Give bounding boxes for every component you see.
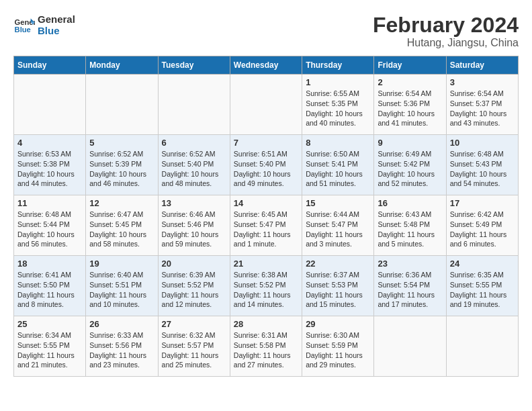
calendar-cell: 21Sunrise: 6:38 AM Sunset: 5:52 PM Dayli… — [230, 256, 302, 316]
day-info: Sunrise: 6:54 AM Sunset: 5:36 PM Dayligh… — [378, 89, 442, 128]
weekday-header-saturday: Saturday — [446, 56, 518, 75]
calendar-cell: 8Sunrise: 6:50 AM Sunset: 5:41 PM Daylig… — [302, 135, 374, 195]
day-info: Sunrise: 6:48 AM Sunset: 5:43 PM Dayligh… — [450, 149, 515, 189]
day-info: Sunrise: 6:55 AM Sunset: 5:35 PM Dayligh… — [306, 89, 370, 128]
day-number: 6 — [162, 138, 226, 148]
calendar-week-row: 18Sunrise: 6:41 AM Sunset: 5:50 PM Dayli… — [14, 256, 519, 316]
day-info: Sunrise: 6:44 AM Sunset: 5:47 PM Dayligh… — [306, 210, 370, 249]
day-info: Sunrise: 6:35 AM Sunset: 5:55 PM Dayligh… — [450, 270, 515, 310]
calendar-cell: 5Sunrise: 6:52 AM Sunset: 5:39 PM Daylig… — [86, 135, 158, 195]
calendar-table: SundayMondayTuesdayWednesdayThursdayFrid… — [13, 56, 519, 377]
calendar-cell: 29Sunrise: 6:30 AM Sunset: 5:59 PM Dayli… — [302, 316, 374, 377]
calendar-cell — [230, 75, 302, 135]
logo-general: General — [38, 13, 75, 25]
day-number: 24 — [450, 259, 515, 269]
day-info: Sunrise: 6:52 AM Sunset: 5:40 PM Dayligh… — [162, 149, 226, 189]
calendar-cell — [86, 75, 158, 135]
day-number: 20 — [162, 259, 226, 269]
day-info: Sunrise: 6:37 AM Sunset: 5:53 PM Dayligh… — [306, 270, 370, 310]
logo: General Blue General Blue — [13, 13, 75, 36]
day-number: 25 — [17, 319, 82, 329]
day-info: Sunrise: 6:46 AM Sunset: 5:46 PM Dayligh… — [162, 210, 226, 249]
weekday-header-tuesday: Tuesday — [158, 56, 230, 75]
day-number: 23 — [378, 259, 442, 269]
day-info: Sunrise: 6:32 AM Sunset: 5:57 PM Dayligh… — [162, 330, 226, 370]
day-number: 7 — [234, 138, 298, 148]
day-info: Sunrise: 6:34 AM Sunset: 5:55 PM Dayligh… — [17, 330, 82, 370]
day-number: 17 — [450, 198, 515, 208]
calendar-cell: 24Sunrise: 6:35 AM Sunset: 5:55 PM Dayli… — [446, 256, 518, 316]
calendar-cell: 19Sunrise: 6:40 AM Sunset: 5:51 PM Dayli… — [86, 256, 158, 316]
day-number: 22 — [306, 259, 370, 269]
day-number: 11 — [17, 198, 82, 208]
day-info: Sunrise: 6:51 AM Sunset: 5:40 PM Dayligh… — [234, 149, 298, 189]
calendar-cell — [14, 75, 86, 135]
day-info: Sunrise: 6:33 AM Sunset: 5:56 PM Dayligh… — [89, 330, 154, 370]
calendar-cell: 18Sunrise: 6:41 AM Sunset: 5:50 PM Dayli… — [14, 256, 86, 316]
day-number: 21 — [234, 259, 298, 269]
calendar-week-row: 11Sunrise: 6:48 AM Sunset: 5:44 PM Dayli… — [14, 195, 519, 256]
svg-text:Blue: Blue — [15, 26, 31, 34]
calendar-cell: 11Sunrise: 6:48 AM Sunset: 5:44 PM Dayli… — [14, 195, 86, 256]
calendar-cell: 27Sunrise: 6:32 AM Sunset: 5:57 PM Dayli… — [158, 316, 230, 377]
calendar-cell: 13Sunrise: 6:46 AM Sunset: 5:46 PM Dayli… — [158, 195, 230, 256]
day-number: 27 — [162, 319, 226, 329]
calendar-cell: 2Sunrise: 6:54 AM Sunset: 5:36 PM Daylig… — [374, 75, 446, 135]
day-number: 4 — [17, 138, 82, 148]
day-info: Sunrise: 6:31 AM Sunset: 5:58 PM Dayligh… — [234, 330, 298, 370]
day-number: 28 — [234, 319, 298, 329]
day-number: 16 — [378, 198, 442, 208]
day-number: 1 — [306, 77, 370, 87]
day-number: 13 — [162, 198, 226, 208]
day-info: Sunrise: 6:39 AM Sunset: 5:52 PM Dayligh… — [162, 270, 226, 310]
calendar-cell: 17Sunrise: 6:42 AM Sunset: 5:49 PM Dayli… — [446, 195, 518, 256]
calendar-week-row: 4Sunrise: 6:53 AM Sunset: 5:38 PM Daylig… — [14, 135, 519, 195]
day-number: 15 — [306, 198, 370, 208]
weekday-header-row: SundayMondayTuesdayWednesdayThursdayFrid… — [14, 56, 519, 75]
calendar-cell: 1Sunrise: 6:55 AM Sunset: 5:35 PM Daylig… — [302, 75, 374, 135]
day-number: 5 — [89, 138, 154, 148]
day-number: 18 — [17, 259, 82, 269]
calendar-week-row: 1Sunrise: 6:55 AM Sunset: 5:35 PM Daylig… — [14, 75, 519, 135]
weekday-header-thursday: Thursday — [302, 56, 374, 75]
day-info: Sunrise: 6:40 AM Sunset: 5:51 PM Dayligh… — [89, 270, 154, 310]
day-info: Sunrise: 6:36 AM Sunset: 5:54 PM Dayligh… — [378, 270, 442, 310]
day-info: Sunrise: 6:47 AM Sunset: 5:45 PM Dayligh… — [89, 210, 154, 249]
logo-icon: General Blue — [13, 14, 35, 36]
day-info: Sunrise: 6:54 AM Sunset: 5:37 PM Dayligh… — [450, 89, 515, 128]
day-info: Sunrise: 6:30 AM Sunset: 5:59 PM Dayligh… — [306, 330, 370, 370]
calendar-cell: 10Sunrise: 6:48 AM Sunset: 5:43 PM Dayli… — [446, 135, 518, 195]
weekday-header-friday: Friday — [374, 56, 446, 75]
day-info: Sunrise: 6:42 AM Sunset: 5:49 PM Dayligh… — [450, 210, 515, 249]
day-number: 2 — [378, 77, 442, 87]
day-info: Sunrise: 6:49 AM Sunset: 5:42 PM Dayligh… — [378, 149, 442, 189]
calendar-title: February 2024 — [373, 13, 519, 37]
calendar-title-block: February 2024 Hutang, Jiangsu, China — [373, 13, 519, 49]
weekday-header-wednesday: Wednesday — [230, 56, 302, 75]
calendar-cell: 20Sunrise: 6:39 AM Sunset: 5:52 PM Dayli… — [158, 256, 230, 316]
day-info: Sunrise: 6:38 AM Sunset: 5:52 PM Dayligh… — [234, 270, 298, 310]
calendar-cell: 14Sunrise: 6:45 AM Sunset: 5:47 PM Dayli… — [230, 195, 302, 256]
calendar-subtitle: Hutang, Jiangsu, China — [373, 37, 519, 49]
day-number: 3 — [450, 77, 515, 87]
day-info: Sunrise: 6:45 AM Sunset: 5:47 PM Dayligh… — [234, 210, 298, 249]
calendar-cell — [374, 316, 446, 377]
day-info: Sunrise: 6:52 AM Sunset: 5:39 PM Dayligh… — [89, 149, 154, 189]
calendar-cell: 25Sunrise: 6:34 AM Sunset: 5:55 PM Dayli… — [14, 316, 86, 377]
day-info: Sunrise: 6:41 AM Sunset: 5:50 PM Dayligh… — [17, 270, 82, 310]
calendar-cell: 26Sunrise: 6:33 AM Sunset: 5:56 PM Dayli… — [86, 316, 158, 377]
day-number: 12 — [89, 198, 154, 208]
calendar-cell: 6Sunrise: 6:52 AM Sunset: 5:40 PM Daylig… — [158, 135, 230, 195]
calendar-cell — [446, 316, 518, 377]
calendar-cell: 9Sunrise: 6:49 AM Sunset: 5:42 PM Daylig… — [374, 135, 446, 195]
day-info: Sunrise: 6:48 AM Sunset: 5:44 PM Dayligh… — [17, 210, 82, 249]
calendar-cell: 16Sunrise: 6:43 AM Sunset: 5:48 PM Dayli… — [374, 195, 446, 256]
calendar-cell: 7Sunrise: 6:51 AM Sunset: 5:40 PM Daylig… — [230, 135, 302, 195]
day-info: Sunrise: 6:43 AM Sunset: 5:48 PM Dayligh… — [378, 210, 442, 249]
calendar-cell: 28Sunrise: 6:31 AM Sunset: 5:58 PM Dayli… — [230, 316, 302, 377]
day-number: 8 — [306, 138, 370, 148]
calendar-cell: 4Sunrise: 6:53 AM Sunset: 5:38 PM Daylig… — [14, 135, 86, 195]
logo-blue: Blue — [38, 25, 75, 36]
calendar-week-row: 25Sunrise: 6:34 AM Sunset: 5:55 PM Dayli… — [14, 316, 519, 377]
weekday-header-sunday: Sunday — [14, 56, 86, 75]
